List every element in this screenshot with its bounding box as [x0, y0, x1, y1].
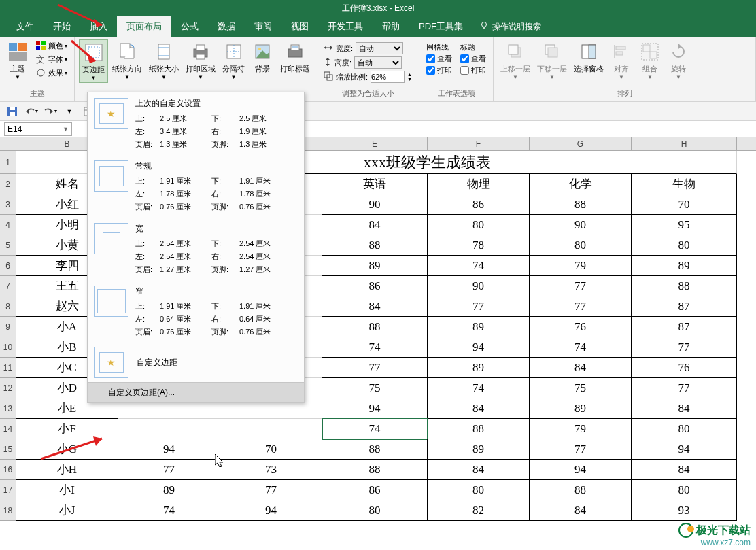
cell[interactable]: 74: [428, 256, 530, 276]
cell[interactable]: 84: [632, 398, 737, 419]
cell[interactable]: 93: [632, 500, 737, 521]
cell[interactable]: 88: [322, 460, 428, 480]
cell[interactable]: 82: [428, 500, 530, 521]
cell[interactable]: 77: [322, 358, 428, 378]
cell[interactable]: 化学: [530, 174, 632, 194]
background-button[interactable]: 背景: [249, 39, 276, 75]
cell[interactable]: 78: [428, 235, 530, 256]
cell[interactable]: 76: [530, 317, 632, 337]
cell[interactable]: 79: [530, 256, 632, 276]
width-select[interactable]: 自动: [356, 42, 403, 54]
row-header-3[interactable]: 3: [0, 194, 16, 215]
cell[interactable]: 94: [322, 398, 428, 419]
cell[interactable]: 88: [322, 235, 428, 256]
print-titles-button[interactable]: 打印标题: [277, 39, 313, 75]
cell[interactable]: 74: [428, 378, 530, 398]
headings-print-checkbox[interactable]: 打印: [460, 65, 486, 75]
cell[interactable]: 89: [530, 398, 632, 419]
cell[interactable]: 77: [118, 460, 220, 480]
cell[interactable]: 80: [632, 480, 737, 500]
redo-button[interactable]: ▾: [44, 105, 57, 118]
tab-insert[interactable]: 插入: [80, 16, 117, 37]
cell[interactable]: 小G: [16, 439, 118, 460]
row-header-5[interactable]: 5: [0, 235, 16, 256]
cell[interactable]: 小J: [16, 500, 118, 521]
margins-preset-narrow[interactable]: 窄 上:1.91 厘米下:1.91 厘米 左:0.64 厘米右:0.64 厘米 …: [88, 280, 304, 343]
cell[interactable]: 86: [322, 276, 428, 296]
margins-button[interactable]: 页边距▼: [79, 39, 108, 83]
save-button[interactable]: [5, 105, 19, 118]
tab-help[interactable]: 帮助: [373, 16, 409, 37]
row-header-7[interactable]: 7: [0, 276, 16, 296]
cell[interactable]: 90: [322, 194, 428, 215]
cell[interactable]: 小H: [16, 460, 118, 480]
size-button[interactable]: 纸张大小▼: [146, 39, 182, 82]
col-header-E[interactable]: E: [322, 137, 428, 150]
orientation-button[interactable]: 纸张方向▼: [109, 39, 145, 82]
cell[interactable]: 84: [428, 398, 530, 419]
cell[interactable]: 89: [428, 317, 530, 337]
selection-pane-button[interactable]: 选择窗格: [571, 39, 606, 75]
row-header-14[interactable]: 14: [0, 419, 16, 439]
cell[interactable]: 80: [428, 480, 530, 500]
cell[interactable]: 88: [632, 276, 737, 296]
cell[interactable]: 89: [632, 256, 737, 276]
row-header-4[interactable]: 4: [0, 215, 16, 235]
col-header-F[interactable]: F: [428, 137, 530, 150]
effects-button[interactable]: 效果▾: [33, 67, 70, 79]
cell[interactable]: 79: [530, 419, 632, 439]
cell[interactable]: 90: [530, 215, 632, 235]
select-all-corner[interactable]: [0, 137, 16, 150]
cell[interactable]: 80: [632, 419, 737, 439]
row-header-9[interactable]: 9: [0, 317, 16, 337]
cell[interactable]: 94: [530, 460, 632, 480]
cell[interactable]: 94: [632, 439, 737, 460]
cell[interactable]: 84: [530, 500, 632, 521]
cell[interactable]: 75: [322, 378, 428, 398]
cell[interactable]: 77: [530, 439, 632, 460]
tab-review[interactable]: 审阅: [245, 16, 281, 37]
cell[interactable]: 英语: [322, 174, 428, 194]
tab-formulas[interactable]: 公式: [171, 16, 208, 37]
undo-button[interactable]: ▾: [24, 105, 38, 118]
row-header-11[interactable]: 11: [0, 358, 16, 378]
cell[interactable]: 89: [322, 256, 428, 276]
tell-me-search[interactable]: 操作说明搜索: [479, 21, 541, 33]
tab-data[interactable]: 数据: [208, 16, 245, 37]
qat-customize-button[interactable]: ▼: [63, 105, 76, 118]
cell[interactable]: 小I: [16, 480, 118, 500]
margins-preset-last[interactable]: ★ 上次的自定义设置 上:2.5 厘米下:2.5 厘米 左:3.4 厘米右:1.…: [88, 92, 304, 155]
cell[interactable]: 77: [428, 296, 530, 317]
align-button[interactable]: 对齐▼: [608, 39, 635, 82]
scale-input[interactable]: [371, 71, 405, 83]
cell[interactable]: 94: [220, 500, 322, 521]
cell[interactable]: 88: [322, 439, 428, 460]
gridlines-print-checkbox[interactable]: 打印: [426, 65, 452, 75]
cell[interactable]: 94: [428, 337, 530, 358]
row-header-1[interactable]: 1: [0, 151, 16, 174]
group-button[interactable]: 组合▼: [636, 39, 664, 82]
cell[interactable]: 84: [428, 460, 530, 480]
col-header-G[interactable]: G: [530, 137, 632, 150]
cell[interactable]: 90: [428, 276, 530, 296]
cell[interactable]: 74: [322, 419, 428, 439]
cell[interactable]: 77: [530, 276, 632, 296]
cell[interactable]: 70: [220, 439, 322, 460]
tab-file[interactable]: 文件: [7, 16, 44, 37]
cell[interactable]: 89: [428, 439, 530, 460]
margins-preset-wide[interactable]: 宽 上:2.54 厘米下:2.54 厘米 左:2.54 厘米右:2.54 厘米 …: [88, 218, 304, 280]
cell[interactable]: 物理: [428, 174, 530, 194]
print-area-button[interactable]: 打印区域▼: [183, 39, 218, 82]
cell[interactable]: 73: [220, 460, 322, 480]
cell[interactable]: 75: [530, 378, 632, 398]
row-header-10[interactable]: 10: [0, 337, 16, 358]
cell[interactable]: 95: [632, 215, 737, 235]
cell[interactable]: 76: [632, 358, 737, 378]
cell[interactable]: 84: [530, 358, 632, 378]
cell[interactable]: 87: [632, 296, 737, 317]
cell[interactable]: 77: [632, 378, 737, 398]
cell[interactable]: 74: [322, 337, 428, 358]
cell[interactable]: 86: [322, 480, 428, 500]
themes-button[interactable]: 主题 ▼: [4, 39, 31, 82]
cell[interactable]: 84: [322, 215, 428, 235]
